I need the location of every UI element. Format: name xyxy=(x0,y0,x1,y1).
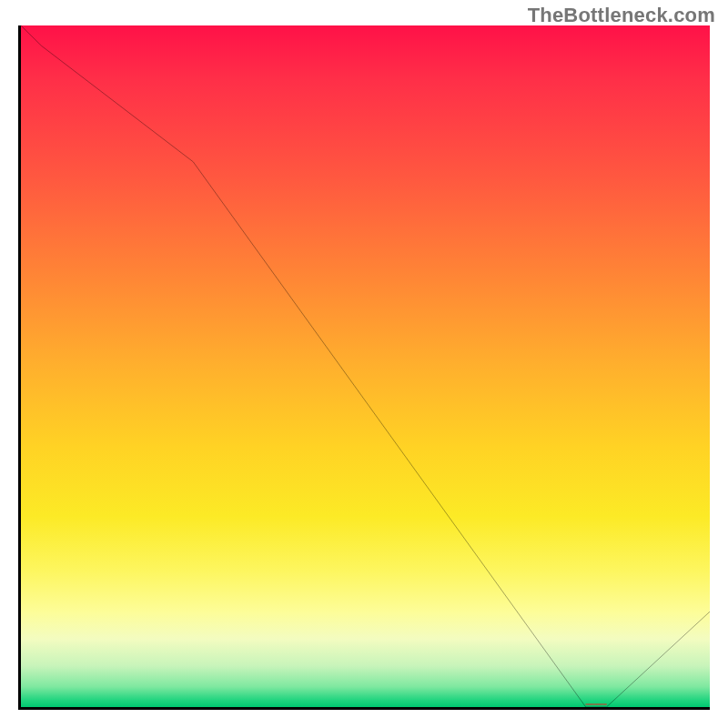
minimum-marker xyxy=(21,25,710,707)
plot-area xyxy=(18,25,710,710)
chart-container: TheBottleneck.com xyxy=(0,0,728,728)
watermark-text: TheBottleneck.com xyxy=(528,4,715,27)
